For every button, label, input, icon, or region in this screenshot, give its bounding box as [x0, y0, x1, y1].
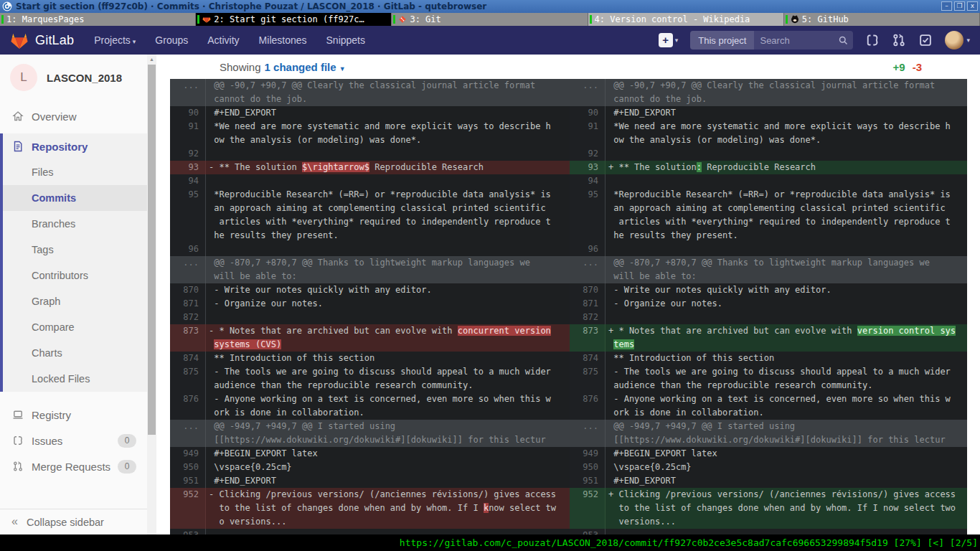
line-number[interactable]: 872 [570, 311, 606, 324]
line-number[interactable]: 870 [170, 283, 206, 297]
diff-row: 952+ Clicking /previous versions/ (/anci… [570, 488, 967, 529]
nav-item-milestones[interactable]: Milestones [259, 34, 307, 46]
line-number[interactable]: 876 [170, 392, 206, 420]
diff-row: 870 - Write our notes quickly with any e… [170, 283, 570, 297]
nav-item-projects[interactable]: Projects▾ [94, 34, 136, 46]
sidebar-item-issues[interactable]: Issues0 [0, 428, 147, 453]
scrollbar-thumb[interactable] [148, 65, 156, 435]
nav-item-groups[interactable]: Groups [155, 34, 188, 46]
line-number[interactable]: 952 [570, 488, 606, 529]
sidebar-item-commits[interactable]: Commits [3, 185, 147, 211]
line-number[interactable]: 94 [170, 174, 206, 188]
sidebar-item-graph[interactable]: Graph [3, 288, 147, 314]
line-number[interactable]: 871 [570, 297, 606, 311]
code-cell: #+END_EXPORT [606, 106, 967, 120]
browser-tab-1[interactable]: 1: MarquesPages [0, 13, 196, 26]
registry-icon [12, 409, 24, 420]
line-number[interactable]: 95 [170, 188, 206, 242]
line-number[interactable]: 873 [570, 324, 606, 352]
diff-row: 95 *Reproducible Research* (=RR=) or *re… [170, 188, 570, 242]
sidebar-item-repository[interactable]: Repository [3, 133, 147, 159]
line-number[interactable]: 92 [170, 147, 206, 161]
hunk-ellipsis[interactable]: ... [570, 256, 606, 283]
line-number[interactable]: 95 [570, 188, 606, 242]
tab-bar: 1: MarquesPages2: Start git section (ff9… [0, 13, 980, 26]
line-number[interactable]: 96 [170, 242, 206, 256]
line-number[interactable]: 951 [570, 474, 606, 488]
line-number[interactable]: 871 [170, 297, 206, 311]
line-number[interactable]: 875 [170, 365, 206, 392]
hunk-ellipsis[interactable]: ... [570, 420, 606, 447]
line-number[interactable]: 874 [570, 352, 606, 365]
user-menu[interactable]: ▾ [945, 31, 970, 50]
line-number[interactable]: 90 [170, 106, 206, 120]
line-number[interactable]: 96 [570, 242, 606, 256]
nav-item-snippets[interactable]: Snippets [326, 34, 365, 46]
statusbar-url: https://gitlab.com/c_pouzat/LASCON_2018/… [400, 537, 888, 548]
issues-icon[interactable] [865, 33, 880, 47]
line-number[interactable]: 875 [570, 365, 606, 392]
diff-pane-old: ... @@ -90,7 +90,7 @@ Clearly the classi… [170, 79, 570, 534]
new-dropdown-button[interactable]: + ▾ [659, 33, 679, 47]
line-number[interactable]: 873 [170, 324, 206, 352]
diff-row: 90 #+END_EXPORT [170, 106, 570, 120]
code-cell: + Clicking /previous versions/ (/ancienn… [606, 488, 967, 529]
line-number[interactable]: 872 [170, 311, 206, 324]
todos-icon[interactable] [918, 33, 933, 47]
code-cell: - The tools we are going to discuss shou… [206, 365, 570, 392]
line-number[interactable]: 950 [170, 461, 206, 474]
sidebar-item-overview[interactable]: Overview [0, 105, 147, 128]
nav-item-activity[interactable]: Activity [207, 34, 239, 46]
line-number[interactable]: 93 [570, 161, 606, 174]
line-number[interactable]: 951 [170, 474, 206, 488]
diff-row: 93+ ** The solution: Reproducible Resear… [570, 161, 967, 174]
browser-tab-2[interactable]: 2: Start git section (ff927c… [196, 13, 392, 26]
code-cell: #+END_EXPORT [206, 474, 570, 488]
hunk-ellipsis[interactable]: ... [170, 79, 206, 106]
line-number[interactable]: 949 [170, 447, 206, 461]
hunk-ellipsis[interactable]: ... [170, 256, 206, 283]
browser-tab-5[interactable]: 5: GitHub [784, 13, 980, 26]
collapse-sidebar-button[interactable]: « Collapse sidebar [0, 509, 147, 534]
line-number[interactable]: 94 [570, 174, 606, 188]
search-scope-label: This project [690, 31, 754, 50]
hunk-ellipsis[interactable]: ... [570, 79, 606, 106]
project-header[interactable]: L LASCON_2018 [0, 55, 147, 92]
sidebar-item-contributors[interactable]: Contributors [3, 263, 147, 288]
gitlab-brand[interactable]: GitLab [10, 32, 74, 50]
sidebar-item-branches[interactable]: Branches [3, 211, 147, 237]
line-number[interactable]: 952 [170, 488, 206, 529]
scrollbar-up-arrow[interactable]: ▲ [147, 55, 156, 64]
sidebar-item-charts[interactable]: Charts [3, 340, 147, 366]
minimize-button[interactable]: – [941, 1, 952, 11]
changed-files-dropdown[interactable]: 1 changed file ▼ [265, 61, 346, 73]
line-number[interactable]: 874 [170, 352, 206, 365]
sidebar-item-merge-requests[interactable]: Merge Requests0 [0, 453, 147, 479]
side-by-side-diff: ... @@ -90,7 +90,7 @@ Clearly the classi… [170, 79, 967, 534]
line-number[interactable]: 953 [570, 529, 606, 534]
line-number[interactable]: 91 [170, 120, 206, 147]
sidebar-item-locked-files[interactable]: Locked Files [3, 366, 147, 392]
line-number[interactable]: 953 [170, 529, 206, 534]
sidebar-scrollbar[interactable]: ▲ [147, 55, 156, 534]
sidebar-item-files[interactable]: Files [3, 159, 147, 185]
line-number[interactable]: 876 [570, 392, 606, 420]
line-number[interactable]: 91 [570, 120, 606, 147]
hunk-ellipsis[interactable]: ... [170, 420, 206, 447]
sidebar-item-compare[interactable]: Compare [3, 314, 147, 340]
search-input[interactable] [754, 35, 833, 46]
browser-tab-4[interactable]: 4: Version control - Wikipedia [588, 13, 784, 26]
line-number[interactable]: 93 [170, 161, 206, 174]
restore-button[interactable]: ❐ [954, 1, 965, 11]
sidebar-item-tags[interactable]: Tags [3, 237, 147, 263]
sidebar-item-registry[interactable]: Registry [0, 402, 147, 428]
close-button[interactable]: x [967, 1, 978, 11]
line-number[interactable]: 949 [570, 447, 606, 461]
line-number[interactable]: 92 [570, 147, 606, 161]
browser-tab-3[interactable]: 3: Git [392, 13, 588, 26]
line-number[interactable]: 870 [570, 283, 606, 297]
line-number[interactable]: 90 [570, 106, 606, 120]
line-number[interactable]: 950 [570, 461, 606, 474]
diff-row: 91 *We need are more systematic and more… [170, 120, 570, 147]
merge-request-icon[interactable] [892, 33, 906, 47]
